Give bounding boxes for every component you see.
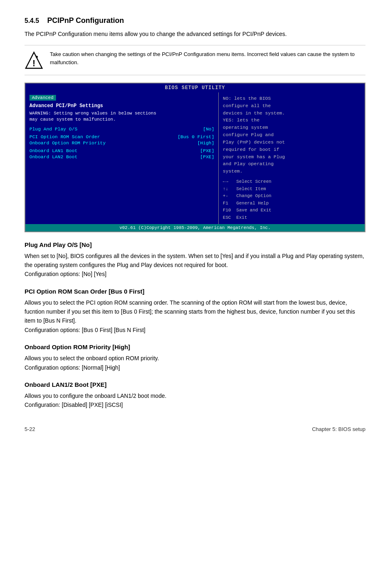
bios-section-header: Advanced PCI/PnP Settings	[29, 103, 214, 109]
bios-left-panel: Advanced Advanced PCI/PnP Settings WARNI…	[25, 92, 219, 224]
content-section-scan-title: PCI Option ROM Scan Order [Bus 0 First]	[25, 288, 365, 295]
bios-screen: BIOS SETUP UTILITY Advanced Advanced PCI…	[25, 83, 365, 232]
caution-box: ! Take caution when changing the setting…	[25, 45, 365, 75]
content-section-plug: Plug And Play O/S [No] When set to [No],…	[25, 241, 365, 279]
content-section-onboard-body: Allows you to select the onboard option …	[25, 354, 365, 372]
bios-item-lan1: Onboard LAN1 Boot [PXE]	[29, 148, 214, 153]
content-section-scan: PCI Option ROM Scan Order [Bus 0 First] …	[25, 288, 365, 335]
content-section-lan-body: Allows you to configure the onboard LAN1…	[25, 391, 365, 410]
bios-nav: ←→ Select Screen ↑↓ Select Item +- Chang…	[223, 178, 361, 222]
page-footer: 5-22 Chapter 5: BIOS setup	[25, 426, 365, 432]
content-section-lan-title: Onboard LAN1/2 Boot [PXE]	[25, 381, 365, 388]
bios-warning: WARNING: Setting wrong values in below s…	[29, 110, 214, 123]
svg-point-2	[36, 56, 38, 58]
page-number: 5-22	[25, 426, 35, 432]
content-section-onboard-title: Onboard Option ROM Priority [High]	[25, 343, 365, 350]
bios-item-onboard: Onboard Option ROM Priority [High]	[29, 140, 214, 146]
bios-footer: v02.61 (C)Copyright 1985-2009, American …	[25, 224, 365, 231]
bios-item-scan: PCI Option ROM Scan Order [Bus 0 First]	[29, 134, 214, 139]
chapter-label: Chapter 5: BIOS setup	[312, 426, 365, 432]
bios-help-text: NO: lets the BIOS configure all the devi…	[223, 95, 361, 175]
content-section-plug-title: Plug And Play O/S [No]	[25, 241, 365, 248]
caution-text: Take caution when changing the settings …	[50, 50, 365, 66]
bios-right-panel: NO: lets the BIOS configure all the devi…	[219, 92, 365, 224]
caution-icon: !	[25, 51, 43, 70]
intro-text: The PCIPnP Configuration menu items allo…	[25, 30, 365, 38]
bios-body: Advanced Advanced PCI/PnP Settings WARNI…	[25, 92, 365, 224]
svg-text:!: !	[32, 58, 35, 68]
content-section-plug-body: When set to [No], BIOS configures all th…	[25, 251, 365, 279]
section-number: 5.4.5	[25, 17, 39, 25]
section-heading: 5.4.5 PCIPnP Configuration	[25, 16, 365, 25]
content-section-scan-body: Allows you to select the PCI option ROM …	[25, 298, 365, 335]
bios-item-lan2: Onboard LAN2 Boot [PXE]	[29, 154, 214, 159]
bios-tab: Advanced	[29, 95, 56, 101]
section-title: PCIPnP Configuration	[47, 16, 124, 25]
bios-title-bar: BIOS SETUP UTILITY	[25, 83, 365, 92]
content-section-onboard: Onboard Option ROM Priority [High] Allow…	[25, 343, 365, 372]
content-section-lan: Onboard LAN1/2 Boot [PXE] Allows you to …	[25, 381, 365, 410]
bios-item-plug: Plug And Play O/S [No]	[29, 126, 214, 132]
